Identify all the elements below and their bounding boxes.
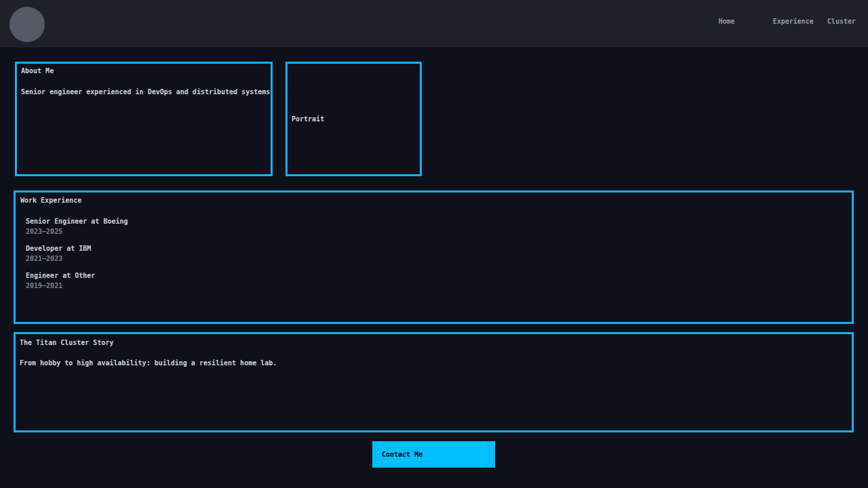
job-entry: Engineer at Other 2019–2021 bbox=[26, 270, 846, 291]
job-role: Developer at IBM bbox=[26, 243, 846, 253]
experience-title: Work Experience bbox=[20, 196, 846, 205]
cluster-story-section: The Titan Cluster Story From hobby to hi… bbox=[14, 332, 854, 432]
top-row: About Me Senior engineer experienced in … bbox=[15, 62, 854, 176]
about-body: Senior engineer experienced in DevOps an… bbox=[21, 87, 271, 97]
job-years: 2019–2021 bbox=[26, 281, 846, 291]
avatar[interactable] bbox=[9, 7, 45, 42]
nav-links: Home Experience Cluster bbox=[719, 18, 856, 25]
job-entry: Developer at IBM 2021–2023 bbox=[26, 243, 846, 264]
job-list: Senior Engineer at Boeing 2023–2025 Deve… bbox=[26, 216, 846, 291]
job-role: Senior Engineer at Boeing bbox=[26, 216, 846, 226]
experience-section: Work Experience Senior Engineer at Boein… bbox=[14, 190, 854, 324]
nav-link-home[interactable]: Home bbox=[719, 18, 735, 25]
main-content: About Me Senior engineer experienced in … bbox=[0, 47, 868, 468]
job-role: Engineer at Other bbox=[26, 270, 846, 281]
nav-link-cluster[interactable]: Cluster bbox=[827, 18, 856, 25]
job-years: 2021–2023 bbox=[26, 253, 846, 264]
cluster-story-title: The Titan Cluster Story bbox=[20, 338, 846, 348]
job-entry: Senior Engineer at Boeing 2023–2025 bbox=[26, 216, 846, 237]
cluster-story-body: From hobby to high availability: buildin… bbox=[20, 359, 846, 368]
contact-button[interactable]: Contact Me bbox=[372, 441, 495, 468]
portrait-box: Portrait bbox=[285, 62, 422, 176]
portrait-placeholder-label: Portrait bbox=[292, 115, 324, 124]
navbar: Home Experience Cluster bbox=[0, 0, 868, 47]
nav-link-experience[interactable]: Experience bbox=[773, 18, 814, 25]
about-title: About Me bbox=[21, 66, 271, 76]
job-years: 2023–2025 bbox=[26, 226, 846, 237]
about-section: About Me Senior engineer experienced in … bbox=[15, 62, 273, 176]
